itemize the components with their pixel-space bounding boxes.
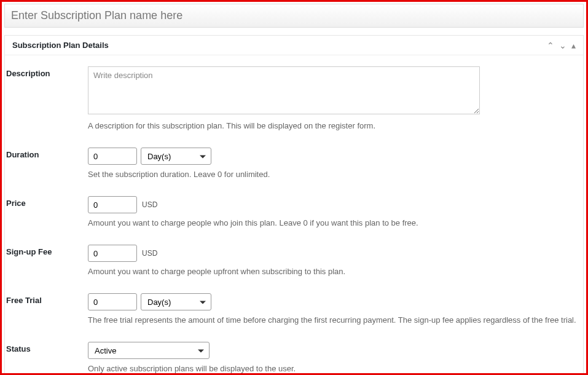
status-select[interactable]: Active	[88, 342, 210, 359]
row-free-trial: Free Trial Day(s) The free trial represe…	[5, 293, 583, 342]
status-label: Status	[5, 342, 88, 353]
duration-unit-select[interactable]: Day(s)	[141, 148, 211, 165]
description-label: Description	[5, 66, 88, 78]
free-trial-unit-select[interactable]: Day(s)	[141, 293, 211, 310]
duration-label: Duration	[5, 148, 88, 159]
description-textarea[interactable]	[88, 66, 480, 114]
triangle-up-icon[interactable]: ▴	[571, 41, 576, 50]
free-trial-label: Free Trial	[5, 293, 88, 305]
page-frame: Subscription Plan Details ⌃ ⌄ ▴ Descript…	[0, 0, 588, 375]
signup-fee-currency: USD	[142, 249, 157, 258]
panel-header: Subscription Plan Details ⌃ ⌄ ▴	[5, 36, 583, 55]
duration-help: Set the subscription duration. Leave 0 f…	[88, 170, 583, 179]
duration-input[interactable]	[88, 148, 137, 165]
free-trial-help: The free trial represents the amount of …	[88, 315, 583, 325]
plan-details-panel: Subscription Plan Details ⌃ ⌄ ▴ Descript…	[4, 35, 584, 375]
chevron-up-icon[interactable]: ⌃	[547, 41, 554, 50]
panel-controls: ⌃ ⌄ ▴	[547, 41, 576, 50]
chevron-down-icon[interactable]: ⌄	[559, 41, 566, 50]
signup-fee-help: Amount you want to charge people upfront…	[88, 267, 583, 276]
price-label: Price	[5, 196, 88, 208]
panel-title: Subscription Plan Details	[12, 41, 109, 50]
description-help: A description for this subscription plan…	[88, 121, 583, 130]
plan-name-input[interactable]	[4, 4, 584, 28]
row-price: Price USD Amount you want to charge peop…	[5, 196, 583, 245]
row-description: Description A description for this subsc…	[5, 66, 583, 148]
row-status: Status Active Only active subscription p…	[5, 342, 583, 375]
free-trial-input[interactable]	[88, 293, 137, 310]
status-help: Only active subscription plans will be d…	[88, 364, 583, 373]
form-body: Description A description for this subsc…	[5, 55, 583, 375]
price-input[interactable]	[88, 196, 137, 213]
signup-fee-label: Sign-up Fee	[5, 245, 88, 256]
price-currency: USD	[142, 200, 157, 209]
price-help: Amount you want to charge people who joi…	[88, 218, 583, 227]
row-signup-fee: Sign-up Fee USD Amount you want to charg…	[5, 245, 583, 293]
signup-fee-input[interactable]	[88, 245, 137, 262]
row-duration: Duration Day(s) Set the subscription dur…	[5, 148, 583, 196]
